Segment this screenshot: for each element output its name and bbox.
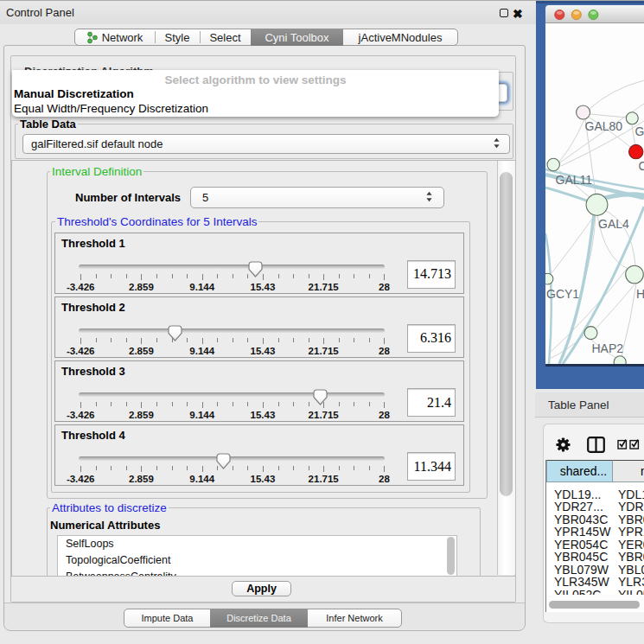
- svg-text:HAP2: HAP2: [592, 341, 624, 355]
- svg-text:CRP1: CRP1: [639, 159, 644, 173]
- svg-text:GAL4: GAL4: [598, 217, 629, 231]
- svg-text:HIS4: HIS4: [636, 287, 644, 301]
- svg-text:GAL3: GAL3: [635, 124, 644, 138]
- svg-text:GAL11: GAL11: [556, 173, 593, 187]
- svg-text:GCY1: GCY1: [546, 287, 579, 301]
- svg-text:GAL80: GAL80: [585, 119, 623, 133]
